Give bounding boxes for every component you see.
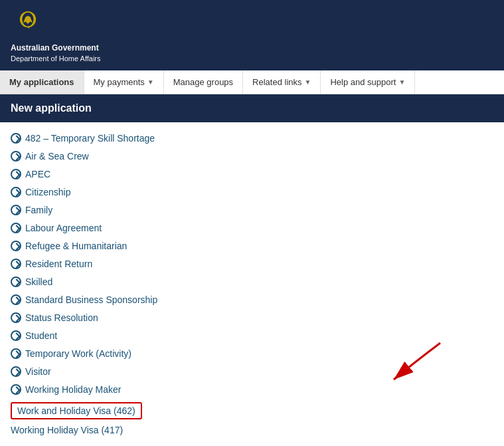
list-item: 482 – Temporary Skill Shortage: [11, 130, 493, 148]
circle-arrow-icon: [11, 241, 21, 251]
nav-my-applications[interactable]: My applications: [0, 70, 84, 94]
nav-manage-groups[interactable]: Manage groups: [164, 70, 243, 94]
list-item-highlighted: Work and Holiday Visa (462): [11, 399, 493, 422]
list-item: Skilled: [11, 274, 493, 292]
list-item: Working Holiday Visa (417): [11, 422, 493, 438]
highlighted-label: Work and Holiday Visa (462): [11, 402, 142, 419]
app-link-working-holiday-maker[interactable]: Working Holiday Maker: [11, 384, 121, 395]
app-link-visitor[interactable]: Visitor: [11, 366, 51, 377]
coat-of-arms-icon: [11, 7, 45, 41]
circle-arrow-icon: [11, 366, 21, 377]
app-link-skilled[interactable]: Skilled: [11, 277, 52, 287]
application-list: 482 – Temporary Skill Shortage Air & Sea…: [11, 130, 493, 438]
circle-arrow-icon: [11, 187, 21, 197]
list-item: APEC: [11, 166, 493, 184]
app-link-labour-agreement[interactable]: Labour Agreement: [11, 223, 102, 233]
list-item: Resident Return: [11, 256, 493, 274]
list-item: Student: [11, 328, 493, 346]
header: Australian Government Department of Home…: [0, 0, 504, 70]
list-item: Family: [11, 202, 493, 220]
app-link-resident-return[interactable]: Resident Return: [11, 259, 92, 269]
panel-header: New application: [0, 94, 504, 122]
list-item: Refugee & Humanitarian: [11, 238, 493, 256]
circle-arrow-icon: [11, 277, 21, 287]
app-link-status-resolution[interactable]: Status Resolution: [11, 312, 98, 323]
panel-body: 482 – Temporary Skill Shortage Air & Sea…: [0, 122, 504, 446]
circle-arrow-icon: [11, 348, 21, 359]
circle-arrow-icon: [11, 312, 21, 323]
circle-arrow-icon: [11, 330, 21, 341]
circle-arrow-icon: [11, 169, 21, 179]
application-list-section: 482 – Temporary Skill Shortage Air & Sea…: [11, 130, 493, 438]
nav-help-support[interactable]: Help and support ▼: [321, 70, 415, 94]
chevron-down-icon-2: ▼: [305, 78, 311, 86]
list-item: Working Holiday Maker: [11, 382, 493, 399]
app-link-working-holiday-417[interactable]: Working Holiday Visa (417): [11, 425, 123, 435]
nav-my-payments[interactable]: My payments ▼: [84, 70, 164, 94]
app-link-482[interactable]: 482 – Temporary Skill Shortage: [11, 133, 155, 144]
gov-name: Australian Government: [11, 43, 101, 54]
list-item: Temporary Work (Activity): [11, 346, 493, 364]
list-item: Visitor: [11, 364, 493, 382]
header-text: Australian Government Department of Home…: [11, 43, 101, 64]
circle-arrow-icon: [11, 294, 21, 305]
main-content: New application 482 – Temporary Skill Sh…: [0, 94, 504, 446]
panel-title: New application: [11, 102, 92, 114]
app-link-air-sea-crew[interactable]: Air & Sea Crew: [11, 151, 89, 162]
dept-name: Department of Home Affairs: [11, 54, 101, 64]
app-link-family[interactable]: Family: [11, 205, 52, 215]
app-link-standard-business[interactable]: Standard Business Sponsorship: [11, 294, 157, 305]
circle-arrow-icon: [11, 205, 21, 215]
app-link-student[interactable]: Student: [11, 330, 57, 341]
logo: Australian Government Department of Home…: [11, 7, 101, 64]
circle-arrow-icon: [11, 223, 21, 233]
app-link-refugee[interactable]: Refugee & Humanitarian: [11, 241, 127, 251]
app-link-temporary-work[interactable]: Temporary Work (Activity): [11, 348, 131, 359]
chevron-down-icon-3: ▼: [398, 78, 405, 86]
app-link-work-holiday-462[interactable]: Work and Holiday Visa (462): [11, 402, 142, 419]
circle-arrow-icon: [11, 384, 21, 395]
list-item: Air & Sea Crew: [11, 148, 493, 166]
list-item: Citizenship: [11, 184, 493, 202]
circle-arrow-icon: [11, 259, 21, 269]
circle-arrow-icon: [11, 133, 21, 144]
list-item: Labour Agreement: [11, 220, 493, 238]
chevron-down-icon: ▼: [147, 78, 154, 86]
app-link-apec[interactable]: APEC: [11, 169, 50, 179]
app-link-citizenship[interactable]: Citizenship: [11, 187, 70, 197]
main-nav: My applications My payments ▼ Manage gro…: [0, 70, 504, 94]
circle-arrow-icon: [11, 151, 21, 162]
nav-related-links[interactable]: Related links ▼: [243, 70, 321, 94]
list-item: Status Resolution: [11, 310, 493, 328]
list-item: Standard Business Sponsorship: [11, 292, 493, 310]
